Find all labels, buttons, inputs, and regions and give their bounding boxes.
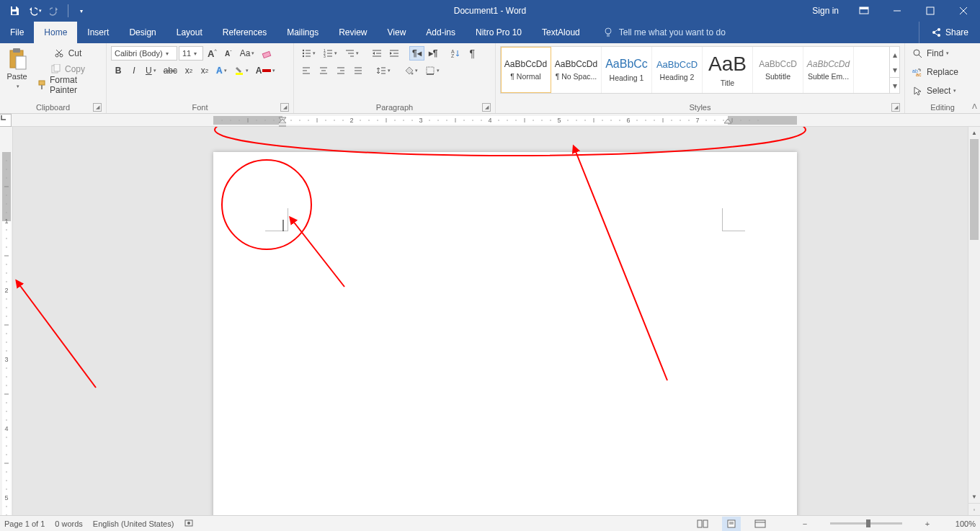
styles-dialog-launcher[interactable]: ◢ [891,103,900,112]
style-heading-1[interactable]: AaBbCcHeading 1 [602,47,652,93]
page-indicator[interactable]: Page 1 of 1 [4,519,45,528]
clear-formatting-button[interactable] [259,46,275,61]
zoom-in-button[interactable]: + [918,517,937,531]
font-size-combo[interactable]: 11▾ [179,46,203,61]
tab-file[interactable]: File [0,22,34,43]
underline-button[interactable]: U▾ [143,63,159,78]
svg-point-32 [303,53,304,54]
align-right-button[interactable] [333,63,349,78]
sign-in-link[interactable]: Sign in [803,6,847,16]
select-button[interactable]: Select▾ [909,84,959,98]
line-spacing-button[interactable]: ▾ [373,63,393,78]
vertical-ruler[interactable]: 12345 [0,127,13,515]
tab-references[interactable]: References [213,22,277,43]
scroll-up-arrow[interactable]: ▲ [968,127,980,139]
change-case-button[interactable]: Aa▾ [237,46,258,61]
tab-insert[interactable]: Insert [77,22,119,43]
language-indicator[interactable]: English (United States) [93,519,174,528]
document-area[interactable]: SENGEDANⒶ.BLOGSPOTⒶ.COM [13,127,980,515]
save-icon[interactable] [6,2,23,19]
replace-button[interactable]: abacReplace [909,65,961,79]
style-heading-2[interactable]: AaBbCcDHeading 2 [652,47,703,93]
gallery-scroll-down[interactable]: ▾ [890,62,899,77]
scroll-down-arrow[interactable]: ▼ [968,491,980,503]
decrease-indent-button[interactable] [369,46,385,61]
subscript-button[interactable]: x2 [182,63,196,78]
show-paragraph-marks-button[interactable]: ¶ [465,46,479,61]
bullets-button[interactable]: ▾ [298,46,318,61]
style-subtitle[interactable]: AaBbCcDSubtitle [753,47,803,93]
tab-textaloud[interactable]: TextAloud [532,22,590,43]
copy-button[interactable]: Copy [34,62,102,76]
highlight-button[interactable]: ▾ [231,63,251,78]
align-left-button[interactable] [298,63,314,78]
object-browse[interactable]: ◦ [968,503,980,515]
style--no-spac-[interactable]: AaBbCcDd¶ No Spac... [551,47,602,93]
collapse-ribbon-icon[interactable]: ᐱ [972,102,977,110]
paragraph-dialog-launcher[interactable]: ◢ [482,103,491,112]
qat-customize-icon[interactable]: ▾ [73,2,90,19]
minimize-button[interactable] [881,0,914,22]
superscript-button[interactable]: x2 [197,63,212,78]
grow-font-button[interactable]: A^ [205,46,220,61]
style--normal[interactable]: AaBbCcDd¶ Normal [501,47,551,93]
print-layout-button[interactable] [722,517,741,531]
tab-home[interactable]: Home [34,22,77,43]
justify-button[interactable] [350,63,366,78]
web-layout-button[interactable] [751,517,770,531]
close-button[interactable] [947,0,980,22]
zoom-slider[interactable] [830,522,902,525]
scroll-thumb[interactable] [970,139,979,240]
maximize-button[interactable] [914,0,947,22]
tab-review[interactable]: Review [329,22,377,43]
gallery-more[interactable]: ▾ [890,77,899,93]
font-color-button[interactable]: A▾ [253,63,279,78]
tab-mailings[interactable]: Mailings [277,22,329,43]
svg-text:1: 1 [4,218,8,225]
tell-me-placeholder: Tell me what you want to do [619,27,726,37]
shading-button[interactable]: ▾ [401,63,421,78]
tab-view[interactable]: View [378,22,416,43]
borders-button[interactable]: ▾ [422,63,442,78]
page[interactable]: SENGEDANⒶ.BLOGSPOTⒶ.COM [213,152,797,515]
styles-gallery[interactable]: AaBbCcDd¶ NormalAaBbCcDd¶ No Spac...AaBb… [500,46,900,94]
tab-layout[interactable]: Layout [166,22,213,43]
word-count[interactable]: 0 words [55,519,83,528]
tab-addins[interactable]: Add-ins [416,22,466,43]
horizontal-ruler[interactable]: 1234567 [0,114,980,127]
font-dialog-launcher[interactable]: ◢ [280,103,289,112]
cut-button[interactable]: Cut [34,46,102,61]
style-title[interactable]: AaBTitle [703,47,753,93]
font-name-combo[interactable]: Calibri (Body)▾ [111,46,177,61]
tab-nitro[interactable]: Nitro Pro 10 [466,22,532,43]
align-center-button[interactable] [316,63,331,78]
numbering-button[interactable]: 123▾ [320,46,340,61]
undo-icon[interactable]: ▾ [26,2,43,19]
tell-me-search[interactable]: Tell me what you want to do [590,22,919,43]
ribbon-display-options-icon[interactable] [847,0,881,22]
italic-button[interactable]: I [127,63,141,78]
bold-button[interactable]: B [111,63,125,78]
shrink-font-button[interactable]: Aˇ [221,46,236,61]
find-button[interactable]: Find▾ [909,46,952,61]
sort-button[interactable]: AZ [447,46,463,61]
vertical-scrollbar[interactable]: ▲ ▼ ◦ [968,127,980,515]
tab-design[interactable]: Design [119,22,166,43]
style-subtle-em-[interactable]: AaBbCcDdSubtle Em... [803,47,854,93]
strikethrough-button[interactable]: abc [161,63,180,78]
redo-icon[interactable] [46,2,63,19]
read-mode-button[interactable] [693,517,712,531]
multilevel-list-button[interactable]: ▾ [342,46,362,61]
increase-indent-button[interactable] [386,46,402,61]
zoom-out-button[interactable]: − [796,517,814,531]
ltr-button[interactable]: ¶◂ [409,46,424,61]
clipboard-dialog-launcher[interactable]: ◢ [93,103,102,112]
rtl-button[interactable]: ▸¶ [426,46,441,61]
share-button[interactable]: Share [919,22,980,43]
zoom-level[interactable]: 100% [947,519,976,528]
macro-recorder-icon[interactable] [184,518,194,530]
text-effects-button[interactable]: A▾ [213,63,230,78]
paste-button[interactable]: Paste▾ [4,46,30,91]
gallery-scroll-up[interactable]: ▴ [890,47,899,62]
format-painter-button[interactable]: Format Painter [34,78,102,92]
